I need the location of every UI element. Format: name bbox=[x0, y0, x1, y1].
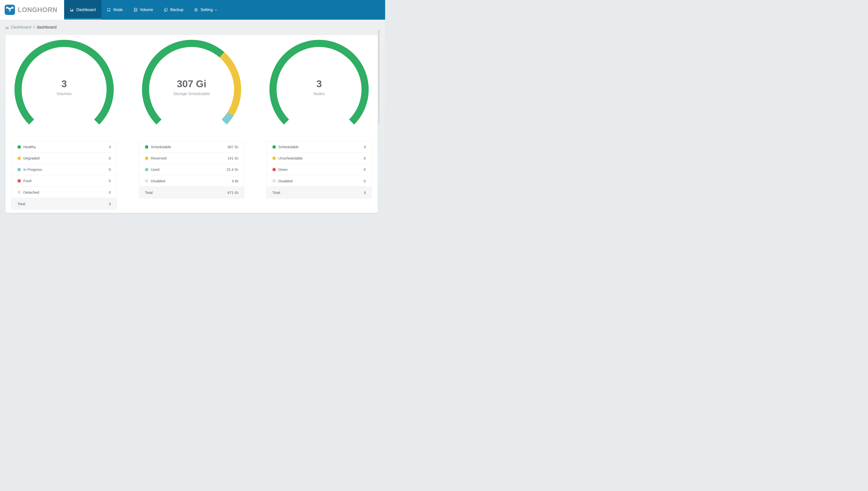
breadcrumb-separator: / bbox=[32, 25, 36, 30]
gauge-chart-storage-schedulable: 307 GiStorage Schedulable bbox=[141, 39, 242, 140]
status-value: 307 Gi bbox=[227, 145, 238, 149]
nav-item-dashboard[interactable]: Dashboard bbox=[64, 0, 101, 20]
status-value: 3 bbox=[364, 145, 366, 149]
total-value: 3 bbox=[109, 202, 111, 206]
legend-total-row: Total471 Gi bbox=[139, 186, 244, 198]
chart-column-volumes: 3VolumesHealthy3Degraded0In Progress0Fau… bbox=[11, 35, 117, 213]
status-label: Healthy bbox=[23, 145, 109, 149]
nav-menu: DashboardNodeVolumeBackupSetting bbox=[64, 0, 385, 20]
status-label: Disabled bbox=[278, 179, 364, 183]
gauge-ring bbox=[14, 39, 115, 140]
nav-item-label: Dashboard bbox=[76, 8, 96, 12]
total-value: 3 bbox=[364, 191, 366, 195]
legend-row-down: Down0 bbox=[267, 164, 372, 175]
status-dot bbox=[18, 191, 21, 194]
legend-table-storage-schedulable: Schedulable307 GiReserved141 GiUsed22.4 … bbox=[139, 141, 244, 198]
status-label: Unschedulable bbox=[278, 156, 364, 160]
legend-table-nodes: Schedulable3Unschedulable0Down0Disabled0… bbox=[266, 141, 372, 198]
gauge-ring bbox=[269, 39, 369, 140]
total-value: 471 Gi bbox=[227, 191, 238, 195]
status-dot bbox=[272, 179, 276, 182]
status-dot bbox=[145, 156, 148, 160]
storage-stack-icon bbox=[134, 8, 137, 12]
legend-row-detached: Detached0 bbox=[11, 186, 117, 198]
status-value: 0 bbox=[109, 167, 111, 172]
status-value: 141 Gi bbox=[227, 156, 238, 160]
status-value: 0 Bi bbox=[232, 179, 238, 183]
legend-total-row: Total3 bbox=[11, 198, 117, 209]
legend-row-schedulable: Schedulable3 bbox=[267, 141, 372, 153]
status-label: Reserved bbox=[151, 156, 227, 160]
status-dot bbox=[145, 145, 148, 149]
legend-row-reserved: Reserved141 Gi bbox=[139, 153, 244, 164]
nav-item-label: Volume bbox=[140, 8, 153, 12]
chart-column-nodes: 3NodesSchedulable3Unschedulable0Down0Dis… bbox=[266, 35, 372, 213]
status-value: 0 bbox=[109, 190, 111, 194]
legend-row-unschedulable: Unschedulable0 bbox=[267, 153, 372, 164]
status-dot bbox=[145, 179, 148, 182]
gauge-chart-volumes: 3Volumes bbox=[14, 39, 115, 140]
legend-row-in-progress: In Progress0 bbox=[11, 164, 117, 175]
nav-item-backup[interactable]: Backup bbox=[158, 0, 189, 20]
status-value: 0 bbox=[364, 167, 366, 172]
legend-table-volumes: Healthy3Degraded0In Progress0Fault0Detac… bbox=[11, 141, 117, 210]
chevron-down-icon bbox=[214, 8, 218, 11]
status-dot bbox=[18, 156, 21, 160]
status-label: Used bbox=[151, 167, 226, 172]
bar-chart-icon bbox=[70, 8, 74, 12]
gauge-segment-schedulable bbox=[270, 40, 369, 124]
logo[interactable]: LONGHORN bbox=[0, 0, 64, 20]
nav-item-setting[interactable]: Setting bbox=[189, 0, 223, 20]
status-value: 0 bbox=[364, 156, 366, 160]
status-value: 3 bbox=[109, 145, 111, 149]
status-label: Down bbox=[278, 167, 364, 172]
status-value: 0 bbox=[109, 156, 111, 160]
laptop-icon bbox=[107, 8, 111, 12]
legend-row-schedulable: Schedulable307 Gi bbox=[139, 141, 244, 153]
bar-chart-icon bbox=[5, 26, 9, 29]
legend-row-used: Used22.4 Gi bbox=[139, 164, 244, 175]
brand-text: LONGHORN bbox=[18, 6, 58, 14]
status-label: Disabled bbox=[151, 179, 232, 183]
total-label: Total bbox=[18, 202, 109, 206]
status-value: 0 bbox=[364, 179, 366, 183]
nav-item-label: Backup bbox=[170, 8, 183, 12]
top-navbar: LONGHORN DashboardNodeVolumeBackupSettin… bbox=[0, 0, 385, 20]
gauge-segment-healthy bbox=[14, 40, 114, 124]
dashboard-card: 3VolumesHealthy3Degraded0In Progress0Fau… bbox=[5, 35, 378, 213]
breadcrumb-link-dashboard[interactable]: Dashboard bbox=[11, 25, 31, 30]
status-dot bbox=[272, 145, 276, 149]
status-value: 0 bbox=[109, 179, 111, 183]
nav-item-volume[interactable]: Volume bbox=[128, 0, 158, 20]
status-label: In Progress bbox=[23, 167, 109, 172]
gauge-ring bbox=[141, 39, 242, 140]
page: LONGHORN DashboardNodeVolumeBackupSettin… bbox=[0, 0, 385, 218]
status-dot bbox=[18, 145, 21, 149]
vertical-scrollbar-thumb[interactable] bbox=[378, 29, 380, 123]
nav-item-label: Setting bbox=[200, 8, 213, 12]
chart-column-storage-schedulable: 307 GiStorage SchedulableSchedulable307 … bbox=[139, 35, 244, 213]
legend-row-healthy: Healthy3 bbox=[11, 141, 117, 153]
nav-item-node[interactable]: Node bbox=[101, 0, 128, 20]
status-dot bbox=[18, 179, 21, 182]
status-label: Schedulable bbox=[151, 145, 227, 149]
legend-row-fault: Fault0 bbox=[11, 175, 117, 186]
status-label: Detached bbox=[23, 190, 109, 194]
legend-row-disabled: Disabled0 bbox=[267, 175, 372, 186]
total-label: Total bbox=[145, 191, 227, 195]
longhorn-bull-icon bbox=[4, 4, 15, 15]
gauge-segment-reserved bbox=[220, 52, 241, 116]
status-value: 22.4 Gi bbox=[226, 167, 238, 172]
copy-icon bbox=[164, 8, 168, 12]
status-dot bbox=[145, 168, 148, 171]
gauge-chart-nodes: 3Nodes bbox=[269, 39, 369, 140]
legend-row-degraded: Degraded0 bbox=[11, 153, 117, 164]
gear-icon bbox=[194, 8, 198, 12]
total-label: Total bbox=[272, 191, 364, 195]
breadcrumb-current-page: dashboard bbox=[37, 25, 57, 30]
legend-row-disabled: Disabled0 Bi bbox=[139, 175, 244, 186]
status-label: Schedulable bbox=[278, 145, 364, 149]
status-dot bbox=[272, 168, 276, 171]
gauge-segment-schedulable bbox=[142, 40, 224, 124]
legend-total-row: Total3 bbox=[267, 186, 372, 198]
